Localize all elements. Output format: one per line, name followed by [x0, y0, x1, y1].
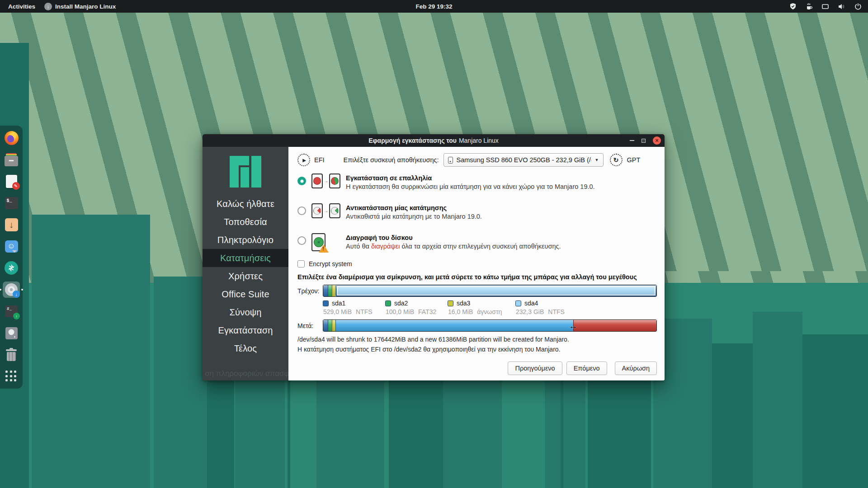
next-button[interactable]: Επόμενο — [566, 361, 607, 375]
hard-drive-icon — [5, 327, 18, 339]
dock-file-archiver-icon[interactable] — [3, 151, 20, 168]
step-install[interactable]: Εγκατάσταση — [203, 321, 288, 339]
install-badge-icon: ↓ — [13, 291, 20, 298]
partition-segment-sda2[interactable] — [328, 285, 332, 296]
step-finish[interactable]: Τέλος — [203, 339, 288, 357]
radio-replace-partition[interactable] — [297, 206, 306, 215]
dock-firefox-icon[interactable] — [3, 130, 20, 146]
partition-segment-sda2[interactable] — [328, 320, 332, 331]
partition-segment-sda3[interactable] — [332, 285, 335, 296]
building — [753, 312, 802, 488]
close-button[interactable]: × — [653, 136, 661, 145]
power-icon[interactable] — [854, 3, 862, 10]
installer-steps: Καλώς ήλθατε Τοποθεσία Πληκτρολόγιο Κατα… — [203, 195, 288, 357]
erase-disk-icon — [311, 233, 340, 251]
encrypt-system-checkbox[interactable] — [297, 260, 305, 267]
step-partitions[interactable]: Κατατμήσεις — [203, 249, 288, 267]
building — [712, 343, 753, 488]
option-title: Εγκατάσταση σε επαλληλία — [346, 174, 595, 182]
cancel-button[interactable]: Ακύρωση — [615, 361, 657, 375]
dock-text-editor-icon[interactable]: ✎ — [3, 173, 20, 189]
install-alongside-icon: → — [311, 174, 340, 188]
gpt-label: GPT — [627, 156, 641, 164]
text-editor-icon: ✎ — [6, 175, 17, 188]
drive-icon — [448, 157, 453, 164]
encrypt-system-label: Encrypt system — [309, 260, 352, 267]
encrypt-system-row[interactable]: Encrypt system — [297, 260, 657, 267]
chevron-down-icon: ▼ — [595, 158, 599, 162]
radio-install-alongside[interactable] — [297, 177, 306, 185]
radio-erase-disk[interactable] — [297, 236, 306, 245]
restore-button[interactable] — [642, 139, 646, 143]
shield-check-icon[interactable] — [789, 3, 797, 10]
after-partition-bar[interactable]: ↔ — [323, 319, 657, 332]
current-bar-label: Τρέχον: — [297, 287, 323, 295]
partition-segment-new-manjaro[interactable] — [573, 320, 656, 331]
window-titlebar[interactable]: Εφαρμογή εγκατάστασης του Manjaro Linux … — [203, 134, 665, 147]
install-options: → Εγκατάσταση σε επαλληλία Η εγκατάσταση… — [297, 173, 657, 256]
firefox-icon — [5, 131, 19, 145]
efi-label: EFI — [314, 156, 325, 164]
partition-segment-sda4[interactable] — [335, 320, 573, 331]
installer-sidebar: Καλώς ήλθατε Τοποθεσία Πληκτρολόγιο Κατα… — [203, 147, 288, 380]
manjaro-logo — [230, 156, 261, 188]
dock-trash-icon[interactable] — [3, 347, 20, 363]
efi-boot-note: Η κατάτμηση συστήματος EFI στο /dev/sda2… — [297, 346, 657, 353]
partition-legend: sda1 529,0 MiBNTFS sda2 100,0 MiBFAT32 s… — [323, 300, 657, 315]
storage-device-dropdown[interactable]: Samsung SSD 860 EVO 250GB - 232,9 GiB (/… — [443, 153, 604, 167]
option-install-alongside[interactable]: → Εγκατάσταση σε επαλληλία Η εγκατάσταση… — [297, 173, 657, 197]
focused-app-title: Install Manjaro Linux — [55, 3, 116, 10]
dock-package-terminal-icon[interactable]: #_↓ — [3, 303, 20, 319]
option-erase-disk[interactable]: Διαγραφή του δίσκου Αυτό θα διαγράψει όλ… — [297, 232, 657, 256]
storage-device-label: Επιλέξτε συσκευή αποθήκευσης: — [344, 156, 439, 164]
clock[interactable]: Feb 29 19:32 — [415, 3, 452, 10]
warning-triangle-icon — [319, 244, 329, 253]
display-icon[interactable] — [821, 3, 829, 10]
legend-sda3: sda3 16,0 MiBάγνωστη — [448, 300, 515, 315]
step-location[interactable]: Τοποθεσία — [203, 213, 288, 231]
option-replace-partition[interactable]: → Αντικατάσταση μίας κατάτμησης Αντικαθι… — [297, 202, 657, 226]
pencil-badge-icon: ✎ — [12, 182, 20, 190]
after-bar-label: Μετά: — [297, 322, 323, 329]
activities-button[interactable]: Activities — [5, 2, 38, 11]
dock-manjaro-tools-icon[interactable] — [3, 260, 20, 276]
dock-terminal-icon[interactable]: $_ — [3, 195, 20, 211]
aperture-icon — [5, 261, 18, 275]
dock-disks-icon[interactable] — [3, 325, 20, 341]
partition-segment-sda1[interactable] — [323, 285, 328, 296]
legend-sda2: sda2 100,0 MiBFAT32 — [385, 300, 448, 315]
building — [802, 334, 868, 488]
minimize-button[interactable] — [630, 140, 634, 141]
dock-installer-icon-active[interactable]: ↓ — [3, 282, 20, 298]
trash-icon — [6, 348, 17, 361]
step-welcome[interactable]: Καλώς ήλθατε — [203, 195, 288, 213]
option-description: Η εγκατάσταση θα συρρικνώσει μία κατάτμη… — [346, 183, 595, 190]
legend-sda1: sda1 529,0 MiBNTFS — [323, 300, 385, 315]
installer-window: Εφαρμογή εγκατάστασης του Manjaro Linux … — [203, 134, 665, 380]
dock-messenger-icon[interactable]: ☺ — [3, 238, 20, 254]
legend-sda4: sda4 232,3 GiBNTFS — [515, 300, 578, 315]
resize-instruction: Επιλέξτε ένα διαμέρισμα για σμίκρυνση, κ… — [297, 273, 657, 281]
current-partition-bar[interactable] — [323, 285, 657, 297]
volume-icon[interactable] — [838, 3, 845, 10]
package-terminal-icon: #_↓ — [5, 305, 18, 317]
step-office-suite[interactable]: Office Suite — [203, 285, 288, 303]
partition-segment-sda4[interactable] — [335, 285, 656, 296]
partition-segment-sda3[interactable] — [332, 320, 335, 331]
window-title-brand: Manjaro Linux — [459, 137, 499, 144]
file-archiver-icon — [5, 156, 18, 166]
building — [32, 215, 150, 488]
partition-segment-sda1[interactable] — [323, 320, 328, 331]
caffeine-cup-icon[interactable] — [805, 3, 813, 10]
installer-app-icon: ↓ — [44, 3, 52, 10]
step-keyboard[interactable]: Πληκτρολόγιο — [203, 231, 288, 249]
app-grid-icon — [5, 371, 17, 382]
focused-app-menu[interactable]: ↓ Install Manjaro Linux — [44, 3, 116, 10]
dock-downloader-icon[interactable]: ↓ — [3, 216, 20, 233]
dock-show-applications-icon[interactable] — [3, 368, 20, 385]
back-button[interactable]: Προηγούμενο — [508, 361, 562, 375]
resize-handle[interactable]: ↔ — [569, 321, 577, 330]
step-summary[interactable]: Σύνοψη — [203, 303, 288, 321]
terminal-icon: $_ — [5, 197, 18, 209]
step-users[interactable]: Χρήστες — [203, 267, 288, 285]
